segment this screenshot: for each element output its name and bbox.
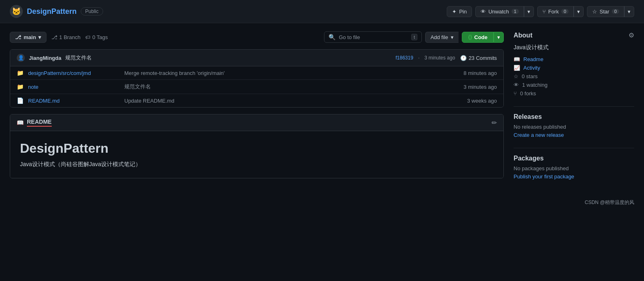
branch-icon: ⎇ [15, 34, 21, 40]
file-name-link[interactable]: README.md [28, 98, 118, 104]
file-icon: 📄 [17, 97, 28, 104]
star-icon: ☆ [592, 9, 597, 15]
tags-count-link[interactable]: 🏷 0 Tags [85, 34, 108, 40]
code-button[interactable]: ⟨⟩ Code [462, 32, 494, 43]
activity-meta: 📈 Activity [514, 65, 634, 71]
clock-icon: 🕐 [460, 55, 467, 61]
main-container: ⎇ main ▾ ⎇ 1 Branch 🏷 0 Tags 🔍 t [0, 23, 644, 198]
file-time: 3 minutes ago [463, 84, 497, 90]
activity-icon: 📈 [514, 65, 520, 71]
branch-selector[interactable]: ⎇ main ▾ [10, 32, 46, 43]
folder-icon: 📁 [17, 70, 28, 76]
commit-author-avatar: 👤 [17, 54, 25, 62]
visibility-badge: Public [81, 7, 103, 15]
about-description: Java设计模式 [514, 44, 634, 51]
settings-icon[interactable]: ⚙ [629, 31, 634, 39]
add-file-button[interactable]: Add file ▾ [425, 32, 458, 43]
latest-commit-row: 👤 JiangMingda 规范文件名 f186319 · 3 minutes … [10, 50, 503, 66]
unwatch-group: 👁 Unwatch 1 ▾ [475, 6, 534, 17]
star-button[interactable]: ☆ Star 0 [587, 6, 624, 17]
file-time: 3 weeks ago [467, 98, 497, 104]
no-packages-text: No packages published [514, 165, 634, 171]
file-name-link[interactable]: note [28, 84, 118, 90]
code-dropdown[interactable]: ▾ [494, 32, 504, 43]
stars-meta: ☆ 0 stars [514, 73, 634, 79]
no-releases-text: No releases published [514, 124, 634, 130]
repo-name[interactable]: DesignPattern [27, 7, 77, 16]
readme-content: DesignPattern Java设计模式（尚硅谷图解Java设计模式笔记） [10, 131, 503, 178]
packages-section: Packages No packages published Publish y… [514, 155, 634, 180]
goto-file-search[interactable]: 🔍 t [324, 31, 422, 43]
header-actions: ✦ Pin 👁 Unwatch 1 ▾ ⑂ Fork 0 ▾ ☆ [447, 6, 634, 17]
file-time: 8 minutes ago [463, 70, 497, 76]
readme-description: Java设计模式（尚硅谷图解Java设计模式笔记） [20, 161, 494, 168]
unwatch-button[interactable]: 👁 Unwatch 1 [475, 6, 524, 17]
fork-count: 0 [561, 9, 569, 14]
repo-identity: 🐱 DesignPattern Public [10, 5, 103, 18]
content-area: ⎇ main ▾ ⎇ 1 Branch 🏷 0 Tags 🔍 t [10, 31, 504, 189]
book-icon: 📖 [514, 56, 520, 62]
fork-button[interactable]: ⑂ Fork 0 [537, 6, 573, 17]
about-header: About ⚙ [514, 31, 634, 39]
releases-title: Releases [514, 113, 634, 121]
top-header: 🐱 DesignPattern Public ✦ Pin 👁 Unwatch 1… [0, 0, 644, 23]
packages-title: Packages [514, 155, 634, 162]
fork-group: ⑂ Fork 0 ▾ [537, 6, 584, 17]
file-table: 👤 JiangMingda 规范文件名 f186319 · 3 minutes … [10, 49, 504, 108]
commit-separator: · [418, 55, 419, 61]
eye-icon: 👁 [481, 9, 486, 15]
publish-package-link[interactable]: Publish your first package [514, 173, 574, 180]
releases-section: Releases No releases published Create a … [514, 113, 634, 138]
create-release-link[interactable]: Create a new release [514, 132, 564, 138]
branch-count-icon: ⎇ [51, 34, 57, 40]
pin-icon: ✦ [452, 9, 457, 15]
pin-button[interactable]: ✦ Pin [447, 6, 472, 17]
commits-count-link[interactable]: 🕐 23 Commits [460, 55, 497, 61]
readme-meta: 📖 Readme [514, 56, 634, 62]
watermark: CSDN @稍带温度的风 [0, 198, 644, 209]
sidebar-divider-2 [514, 148, 634, 148]
user-avatar: 🐱 [10, 5, 23, 18]
readme-header: 📖 README ✏ [10, 114, 503, 131]
code-icon: ⟨⟩ [468, 34, 472, 40]
star-dropdown[interactable]: ▾ [624, 6, 634, 17]
commit-hash[interactable]: f186319 [396, 55, 413, 61]
branch-count-link[interactable]: ⎇ 1 Branch [51, 34, 80, 40]
table-row: 📄 README.md Update README.md 3 weeks ago [10, 94, 503, 107]
search-input[interactable] [339, 34, 408, 40]
commit-time: 3 minutes ago [424, 55, 455, 61]
search-kbd: t [411, 34, 417, 40]
fork-dropdown[interactable]: ▾ [573, 6, 584, 17]
fork-icon: ⑂ [543, 9, 546, 15]
about-title: About [514, 32, 532, 39]
commit-left: 👤 JiangMingda 规范文件名 [17, 54, 92, 62]
tag-icon: 🏷 [85, 34, 90, 40]
branch-left: ⎇ main ▾ ⎇ 1 Branch 🏷 0 Tags [10, 32, 108, 43]
pin-group: ✦ Pin [447, 6, 472, 17]
add-file-group: Add file ▾ [425, 32, 458, 43]
sidebar: About ⚙ Java设计模式 📖 Readme 📈 Activity ☆ 0… [514, 31, 634, 189]
table-row: 📁 note 规范文件名 3 minutes ago [10, 80, 503, 94]
file-name-link[interactable]: designPattern/src/com/jmd [28, 70, 118, 76]
unwatch-dropdown[interactable]: ▾ [524, 6, 534, 17]
search-icon: 🔍 [329, 34, 335, 40]
edit-icon[interactable]: ✏ [492, 119, 497, 127]
star-icon: ☆ [514, 73, 518, 79]
branch-right: 🔍 t Add file ▾ ⟨⟩ Code ▾ [324, 31, 504, 43]
chevron-down-icon: ▾ [38, 34, 41, 40]
forks-meta: ⑂ 0 forks [514, 90, 634, 97]
readme-title: 📖 README [17, 119, 52, 127]
commit-message: 规范文件名 [65, 54, 92, 61]
code-group: ⟨⟩ Code ▾ [462, 32, 504, 43]
star-count: 0 [612, 9, 619, 14]
book-icon: 📖 [17, 119, 24, 126]
commit-right: f186319 · 3 minutes ago 🕐 23 Commits [396, 55, 497, 61]
eye-icon: 👁 [514, 82, 519, 88]
commit-author[interactable]: JiangMingda [29, 55, 61, 61]
folder-icon: 📁 [17, 83, 28, 90]
unwatch-count: 1 [512, 9, 519, 14]
about-section: About ⚙ Java设计模式 📖 Readme 📈 Activity ☆ 0… [514, 31, 634, 97]
add-chevron-icon: ▾ [451, 34, 454, 40]
table-row: 📁 designPattern/src/com/jmd Merge remote… [10, 66, 503, 80]
file-commit-msg: 规范文件名 [118, 83, 463, 90]
